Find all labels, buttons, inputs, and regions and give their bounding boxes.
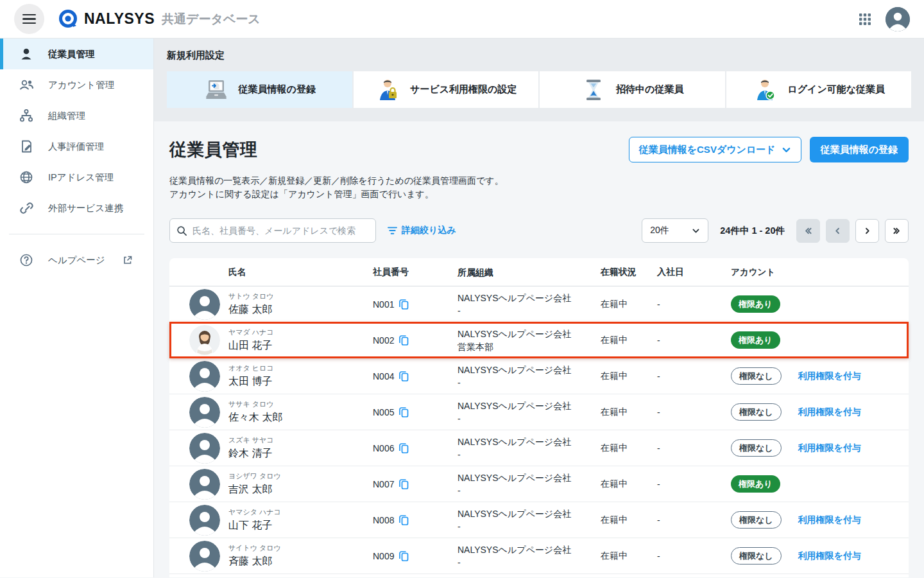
org-company: NALYSYSヘルプページ会社 [458, 292, 601, 304]
hamburger-menu-button[interactable] [14, 4, 44, 34]
employee-kana: ササキ タロウ [228, 399, 373, 409]
prev-page-button[interactable] [826, 219, 850, 243]
permission-badge-on: 権限あり [731, 331, 780, 349]
join-date: - [657, 515, 731, 525]
sidebar-item-2[interactable]: アカウント管理 [0, 69, 153, 100]
column-header-status: 在籍状況 [601, 267, 657, 278]
page-size-select[interactable]: 20件 [642, 218, 708, 243]
enrollment-status: 在籍中 [601, 335, 657, 346]
pagination-range: 24件中 1 - 20件 [720, 225, 785, 237]
first-page-button[interactable] [796, 219, 820, 243]
quick-card-2[interactable]: サービス利用権限の設定 [354, 71, 539, 108]
advanced-filter-link[interactable]: 詳細絞り込み [388, 225, 456, 236]
grant-permission-link[interactable]: 利用権限を付与 [798, 442, 861, 454]
join-date: - [657, 371, 731, 381]
copy-icon[interactable] [398, 335, 409, 346]
external-link-icon [123, 256, 132, 265]
brand-logo: NALYSYS 共通データベース [58, 9, 261, 29]
table-row[interactable]: サトウ タロウ 佐藤 太郎 N001 NALYSYSヘルプページ会社 - 在籍中… [169, 286, 909, 322]
employee-number: N004 [373, 371, 394, 381]
copy-icon[interactable] [398, 550, 409, 562]
employee-avatar [189, 505, 220, 536]
chevron-down-icon [692, 227, 700, 235]
sidebar-item-help[interactable]: ヘルプページ [0, 245, 153, 276]
join-date: - [657, 551, 731, 561]
copy-icon[interactable] [398, 407, 409, 418]
brand-name: NALYSYS [84, 10, 155, 28]
copy-icon[interactable] [398, 299, 409, 310]
table-row[interactable]: ヨシザワ タロウ 吉沢 太郎 N007 NALYSYSヘルプページ会社 - 在籍… [169, 466, 909, 502]
sidebar-item-5[interactable]: IPアドレス管理 [0, 162, 153, 193]
grant-permission-link[interactable]: 利用権限を付与 [798, 550, 861, 562]
employee-table: 氏名 社員番号 所属組織 在籍状況 入社日 アカウント サトウ タロウ 佐藤 太… [169, 258, 909, 577]
join-date: - [657, 443, 731, 453]
table-row[interactable]: オオタ ヒロコ 太田 博子 N004 NALYSYSヘルプページ会社 - 在籍中… [169, 358, 909, 394]
person-lock-icon [375, 78, 400, 101]
quick-card-1[interactable]: 従業員情報の登録 [167, 71, 352, 108]
chevron-down-icon [782, 145, 791, 155]
employee-avatar [189, 289, 220, 320]
quick-card-4[interactable]: ログイン可能な従業員 [726, 71, 912, 108]
org-department: 営業本部 [458, 340, 601, 353]
sidebar-item-label: 外部サービス連携 [48, 202, 123, 215]
employee-number: N005 [373, 407, 394, 417]
permission-badge-off: 権限なし [731, 367, 782, 385]
sidebar-item-4[interactable]: 人事評価管理 [0, 131, 153, 162]
org-company: NALYSYSヘルプページ会社 [458, 363, 601, 376]
user-avatar[interactable] [886, 7, 910, 31]
question-circle-icon [19, 252, 34, 268]
permission-badge-off: 権限なし [731, 511, 782, 529]
register-employee-button[interactable]: 従業員情報の登録 [810, 137, 909, 162]
sidebar-item-6[interactable]: 外部サービス連携 [0, 193, 153, 223]
employee-name: 佐藤 太郎 [228, 303, 373, 317]
org-department: - [458, 520, 601, 533]
search-box [169, 218, 376, 243]
table-row[interactable]: スズキ サヤコ 鈴木 清子 N006 NALYSYSヘルプページ会社 - 在籍中… [169, 430, 909, 466]
globe-icon [19, 170, 34, 185]
main-content: 新規利用設定 従業員情報の登録 サービス利用権限の設定 招待中の従業員 ログイン… [154, 39, 924, 577]
employee-name: 山田 花子 [228, 339, 373, 353]
org-department: - [458, 412, 601, 425]
grant-permission-link[interactable]: 利用権限を付与 [798, 407, 861, 418]
table-row[interactable]: ヤマダ ハナコ 山田 花子 N002 NALYSYSヘルプページ会社 営業本部 … [169, 322, 909, 358]
table-row[interactable]: サイトウ タロウ 斉藤 太郎 N009 NALYSYSヘルプページ会社 - 在籍… [169, 538, 909, 574]
enrollment-status: 在籍中 [601, 371, 657, 382]
copy-icon[interactable] [398, 371, 409, 382]
sidebar-item-label: 人事評価管理 [48, 141, 104, 153]
grant-permission-link[interactable]: 利用権限を付与 [798, 514, 861, 526]
employee-number: N007 [373, 479, 394, 489]
laptop-upload-icon [203, 78, 229, 101]
app-header: NALYSYS 共通データベース [0, 0, 924, 39]
sidebar-item-3[interactable]: 組織管理 [0, 100, 153, 131]
copy-icon[interactable] [398, 514, 409, 526]
sidebar-item-1[interactable]: 従業員管理 [0, 39, 153, 69]
link-icon [19, 200, 34, 216]
hourglass-icon [581, 78, 606, 101]
copy-icon[interactable] [398, 442, 409, 454]
permission-badge-on: 権限あり [731, 475, 780, 493]
employee-avatar [189, 361, 220, 392]
employee-name: 佐々木 太郎 [228, 411, 373, 425]
quick-card-3[interactable]: 招待中の従業員 [540, 71, 725, 108]
sidebar: 従業員管理 アカウント管理 組織管理 人事評価管理 IPアドレス管理 外部サービ… [0, 39, 154, 577]
quick-card-label: ログイン可能な従業員 [787, 83, 885, 96]
sidebar-item-label: 組織管理 [48, 110, 85, 122]
pager [796, 219, 909, 243]
next-page-button[interactable] [855, 219, 879, 243]
join-date: - [657, 479, 731, 489]
employee-kana: サイトウ タロウ [228, 543, 373, 553]
employee-number: N006 [373, 443, 394, 453]
csv-download-button[interactable]: 従業員情報をCSVダウンロード [629, 137, 801, 162]
join-date: - [657, 407, 731, 417]
apps-grid-icon[interactable] [859, 13, 871, 26]
column-header-name: 氏名 [228, 267, 373, 278]
page-title: 従業員管理 [169, 138, 258, 161]
search-input[interactable] [193, 225, 369, 236]
enrollment-status: 在籍中 [601, 550, 657, 562]
last-page-button[interactable] [885, 219, 909, 243]
table-row[interactable]: ヤマシタ ハナコ 山下 花子 N008 NALYSYSヘルプページ会社 - 在籍… [169, 502, 909, 538]
column-header-org: 所属組織 [458, 266, 601, 279]
grant-permission-link[interactable]: 利用権限を付与 [798, 371, 861, 382]
copy-icon[interactable] [398, 478, 409, 490]
table-row[interactable]: ササキ タロウ 佐々木 太郎 N005 NALYSYSヘルプページ会社 - 在籍… [169, 394, 909, 430]
